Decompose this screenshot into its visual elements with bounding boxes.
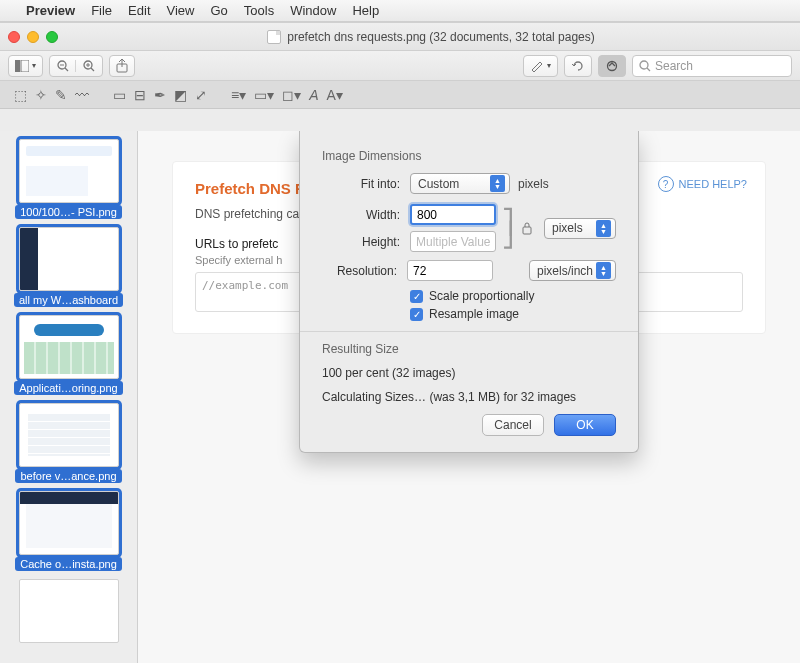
adjust-size-sheet: Image Dimensions Fit into: Custom ▲▼ pix… [299,131,639,453]
chevron-updown-icon: ▲▼ [490,175,505,192]
search-icon [639,60,651,72]
svg-line-3 [65,68,68,71]
menu-edit[interactable]: Edit [128,3,150,18]
height-input[interactable] [410,231,496,252]
text-tool-icon[interactable]: ⊟ [134,87,146,103]
zoom-window-button[interactable] [46,31,58,43]
svg-rect-0 [15,60,20,72]
resolution-label: Resolution: [322,264,397,278]
fill-color-icon[interactable]: ◻▾ [282,87,301,103]
document-icon [267,30,281,44]
width-input[interactable] [410,204,496,225]
menu-file[interactable]: File [91,3,112,18]
wh-unit-select[interactable]: pixels ▲▼ [544,218,616,239]
sketch-tool-icon[interactable]: 〰 [75,87,89,103]
result-percent-text: 100 per cent (32 images) [322,366,616,380]
section-image-dimensions: Image Dimensions [322,149,616,163]
thumbnail-item[interactable]: Cache o…insta.png [8,491,129,571]
chevron-updown-icon: ▲▼ [596,220,611,237]
minimize-window-button[interactable] [27,31,39,43]
thumbnail-item[interactable]: all my W…ashboard [8,227,129,307]
fit-into-select[interactable]: Custom ▲▼ [410,173,510,194]
font-style-icon[interactable]: A [309,87,318,103]
view-mode-button[interactable]: ▾ [8,55,43,77]
menu-go[interactable]: Go [210,3,227,18]
highlight-button[interactable]: ▾ [523,55,558,77]
search-placeholder: Search [655,59,693,73]
window-titlebar: prefetch dns requests.png (32 documents,… [0,23,800,51]
markup-toggle-button[interactable] [598,55,626,77]
macos-menubar: Preview File Edit View Go Tools Window H… [0,0,800,22]
share-button[interactable] [109,55,135,77]
need-help-link[interactable]: ? NEED HELP? [658,176,747,192]
menu-tools[interactable]: Tools [244,3,274,18]
traffic-lights [8,31,58,43]
zoom-out-button[interactable] [50,60,76,72]
primary-toolbar: ▾ ▾ Search [0,51,800,81]
height-label: Height: [322,235,400,249]
line-style-icon[interactable]: ≡▾ [231,87,246,103]
sign-tool-icon[interactable]: ✒ [154,87,166,103]
instant-alpha-icon[interactable]: ✧ [35,87,47,103]
scale-proportionally-checkbox[interactable]: ✓ Scale proportionally [410,289,616,303]
thumbnail-item[interactable]: Applicati…oring.png [8,315,129,395]
rotate-button[interactable] [564,55,592,77]
ok-button[interactable]: OK [554,414,616,436]
search-field[interactable]: Search [632,55,792,77]
thumbnail-sidebar[interactable]: 100/100…- PSI.png all my W…ashboard Appl… [0,131,138,663]
fit-into-label: Fit into: [322,177,400,191]
fit-into-unit: pixels [518,177,549,191]
close-window-button[interactable] [8,31,20,43]
section-resulting-size: Resulting Size [322,342,616,356]
chevron-updown-icon: ▲▼ [596,262,611,279]
thumbnail-item[interactable] [8,579,129,643]
lock-aspect-icon[interactable] [516,221,538,235]
svg-rect-1 [21,60,29,72]
menu-help[interactable]: Help [352,3,379,18]
help-icon: ? [658,176,674,192]
resolution-input[interactable] [407,260,493,281]
content-canvas: ? NEED HELP? Prefetch DNS Re DNS prefetc… [138,131,800,663]
zoom-button-group [49,55,103,77]
width-label: Width: [322,208,400,222]
font-options-icon[interactable]: A▾ [327,87,343,103]
thumbnail-item[interactable]: 100/100…- PSI.png [8,139,129,219]
selection-tool-icon[interactable]: ⬚ [14,87,27,103]
main-area: 100/100…- PSI.png all my W…ashboard Appl… [0,131,800,663]
cancel-button[interactable]: Cancel [482,414,544,436]
preview-window: prefetch dns requests.png (32 documents,… [0,22,800,663]
adjust-color-icon[interactable]: ◩ [174,87,187,103]
window-title: prefetch dns requests.png (32 documents,… [287,30,595,44]
window-title-container: prefetch dns requests.png (32 documents,… [70,30,792,44]
adjust-size-icon[interactable]: ⤢ [195,87,207,103]
svg-line-6 [91,68,94,71]
shapes-tool-icon[interactable]: ▭ [113,87,126,103]
app-name[interactable]: Preview [26,3,75,18]
svg-rect-14 [523,227,531,234]
svg-point-12 [640,61,648,69]
svg-line-13 [647,68,650,71]
border-color-icon[interactable]: ▭▾ [254,87,274,103]
zoom-in-button[interactable] [76,60,102,72]
menu-view[interactable]: View [167,3,195,18]
result-calculating-text: Calculating Sizes… (was 3,1 MB) for 32 i… [322,390,616,404]
menu-window[interactable]: Window [290,3,336,18]
thumbnail-item[interactable]: before v…ance.png [8,403,129,483]
checkmark-icon: ✓ [410,290,423,303]
checkmark-icon: ✓ [410,308,423,321]
markup-toolbar: ⬚ ✧ ✎ 〰 ▭ ⊟ ✒ ◩ ⤢ ≡▾ ▭▾ ◻▾ A A▾ [0,81,800,109]
resample-image-checkbox[interactable]: ✓ Resample image [410,307,616,321]
resolution-unit-select[interactable]: pixels/inch ▲▼ [529,260,616,281]
draw-tool-icon[interactable]: ✎ [55,87,67,103]
